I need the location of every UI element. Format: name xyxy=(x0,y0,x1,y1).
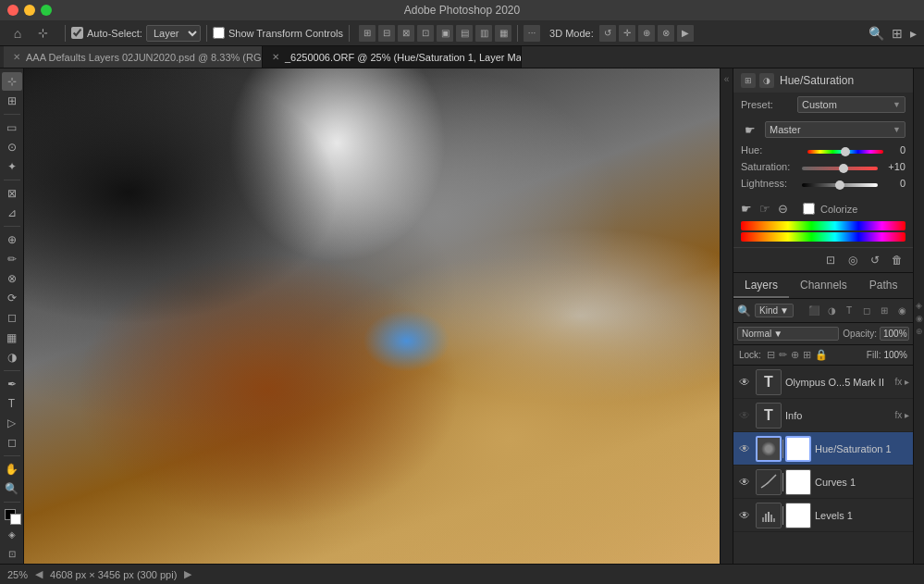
lasso-tool[interactable]: ⊙ xyxy=(2,138,22,156)
search-icon[interactable]: 🔍 xyxy=(869,26,884,41)
status-right-arrow[interactable]: ▶ xyxy=(184,568,191,580)
3d-rotate-icon[interactable]: ↺ xyxy=(599,25,616,42)
tab-paths[interactable]: Paths xyxy=(858,273,909,298)
lightness-slider[interactable] xyxy=(802,183,878,187)
zoom-tool[interactable]: 🔍 xyxy=(2,479,22,498)
text-filter-icon[interactable]: T xyxy=(842,304,856,318)
move-tool-icon[interactable]: ⊹ xyxy=(30,23,55,43)
crop-tool[interactable]: ⊠ xyxy=(2,184,22,203)
distribute-icon[interactable]: ▥ xyxy=(475,25,492,42)
auto-select-checkbox[interactable] xyxy=(71,27,83,39)
quick-select-tool[interactable]: ✦ xyxy=(2,157,22,176)
panel-collapse-left[interactable]: « xyxy=(720,68,733,564)
refresh-icon[interactable]: ↺ xyxy=(867,252,883,268)
panel-right-icons[interactable]: ◈ ◉ ⊕ xyxy=(913,68,924,564)
lock-position-icon[interactable]: ⊕ xyxy=(791,349,799,361)
gradient-tool[interactable]: ▦ xyxy=(2,328,22,346)
frame-mode[interactable]: ⊡ xyxy=(2,545,22,564)
channel-dropdown[interactable]: Master ▼ xyxy=(765,121,906,138)
side-icon-2[interactable]: ◉ xyxy=(916,314,923,323)
align-left-icon[interactable]: ⊞ xyxy=(359,25,376,42)
hue-slider[interactable] xyxy=(807,150,883,154)
tab-close-icon[interactable]: ✕ xyxy=(13,52,20,62)
clip-icon[interactable]: ⊡ xyxy=(822,252,839,268)
canvas-area[interactable] xyxy=(24,68,720,564)
history-tool[interactable]: ⟳ xyxy=(2,289,22,307)
align-middle-icon[interactable]: ▣ xyxy=(437,25,453,42)
layer-row[interactable]: 👁 Hue/Saturation 1 xyxy=(733,432,913,466)
3d-roll-icon[interactable]: ⊗ xyxy=(658,25,674,42)
remove-sample-icon[interactable]: ⊖ xyxy=(778,202,788,216)
transform-checkbox[interactable] xyxy=(213,27,225,39)
tab-orf[interactable]: ✕ _6250006.ORF @ 25% (Hue/Saturation 1, … xyxy=(263,46,522,68)
prop-adj-icon[interactable]: ◑ xyxy=(759,73,774,88)
colorize-checkbox[interactable] xyxy=(803,203,815,215)
eraser-tool[interactable]: ◻ xyxy=(2,308,22,327)
prop-grid-icon[interactable]: ⊞ xyxy=(741,73,756,88)
maximize-button[interactable] xyxy=(41,5,52,16)
brush-tool[interactable]: ✏ xyxy=(2,250,22,268)
kind-dropdown[interactable]: Kind ▼ xyxy=(755,304,794,317)
arrange-icon[interactable]: ▸ xyxy=(910,26,917,41)
align-top-icon[interactable]: ⊡ xyxy=(417,25,434,42)
fg-bg-colors[interactable] xyxy=(2,506,22,525)
lock-artboard-icon[interactable]: ⊞ xyxy=(803,349,811,361)
delete-icon[interactable]: 🗑 xyxy=(889,252,906,268)
saturation-slider[interactable] xyxy=(802,167,878,170)
fill-value[interactable]: 100% xyxy=(883,350,907,360)
layer-row[interactable]: 👁 xyxy=(733,499,913,532)
tab-channels[interactable]: Channels xyxy=(789,273,858,298)
layer-visibility-icon[interactable]: 👁 xyxy=(737,475,752,490)
align-right-icon[interactable]: ⊠ xyxy=(398,25,414,42)
eye-action-icon[interactable]: ◎ xyxy=(844,252,861,268)
side-icon-3[interactable]: ⊕ xyxy=(916,327,923,336)
workspace-icon[interactable]: ⊞ xyxy=(892,26,903,41)
pixel-filter-icon[interactable]: ⬛ xyxy=(807,304,821,318)
3d-pan-icon[interactable]: ✛ xyxy=(619,25,635,42)
move-tool[interactable]: ⊹ xyxy=(2,72,22,91)
layer-row[interactable]: 👁 T Info fx ▸ xyxy=(733,399,913,432)
preset-dropdown[interactable]: Custom ▼ xyxy=(797,96,906,113)
align-center-icon[interactable]: ⊟ xyxy=(378,25,395,42)
heal-tool[interactable]: ⊕ xyxy=(2,230,22,249)
tab-layers[interactable]: Layers xyxy=(733,273,789,298)
filter-toggle-icon[interactable]: ◉ xyxy=(894,304,909,318)
side-icon-1[interactable]: ◈ xyxy=(916,301,922,310)
opacity-value[interactable]: 100% xyxy=(880,327,909,341)
marquee-tool[interactable]: ▭ xyxy=(2,118,22,137)
distribute2-icon[interactable]: ▦ xyxy=(495,25,511,42)
3d-orbit-icon[interactable]: ⊕ xyxy=(638,25,655,42)
tab-close-icon2[interactable]: ✕ xyxy=(272,52,279,62)
hand-tool[interactable]: ✋ xyxy=(2,460,22,478)
layer-visibility-icon[interactable]: 👁 xyxy=(737,375,752,390)
tab-psd[interactable]: ✕ AAA Defaults Layers 02JUN2020.psd @ 8.… xyxy=(4,46,263,68)
search-layers-icon[interactable]: 🔍 xyxy=(737,304,751,317)
layer-row[interactable]: 👁 Curves 1 xyxy=(733,466,913,499)
lock-all-icon[interactable]: 🔒 xyxy=(815,349,828,361)
finger-sample-icon[interactable]: ☛ xyxy=(741,202,752,216)
blend-mode-dropdown[interactable]: Normal ▼ xyxy=(737,327,839,341)
layer-row[interactable]: 👁 T Olympus O...5 Mark II fx ▸ xyxy=(733,366,913,399)
3d-slide-icon[interactable]: ▶ xyxy=(677,25,694,42)
clone-tool[interactable]: ⊗ xyxy=(2,269,22,288)
align-bottom-icon[interactable]: ▤ xyxy=(456,25,473,42)
path-tool[interactable]: ▷ xyxy=(2,414,22,432)
layer-visibility-icon[interactable]: 👁 xyxy=(737,408,752,423)
text-tool[interactable]: T xyxy=(2,394,22,413)
dodge-tool[interactable]: ◑ xyxy=(2,348,22,367)
layer-visibility-icon[interactable]: 👁 xyxy=(737,508,752,523)
shape-filter-icon[interactable]: ◻ xyxy=(859,304,874,318)
pen-tool[interactable]: ✒ xyxy=(2,375,22,393)
add-sample-icon[interactable]: ☞ xyxy=(759,202,770,216)
home-icon[interactable]: ⌂ xyxy=(7,23,28,43)
mask-mode[interactable]: ◈ xyxy=(2,526,22,544)
eyedropper-tool[interactable]: ⊿ xyxy=(2,204,22,222)
minimize-button[interactable] xyxy=(24,5,35,16)
layer-visibility-icon[interactable]: 👁 xyxy=(737,441,752,456)
shape-tool[interactable]: ◻ xyxy=(2,433,22,452)
status-left-arrow[interactable]: ◀ xyxy=(35,568,43,580)
more-options-icon[interactable]: ··· xyxy=(524,25,540,42)
adjust-filter-icon[interactable]: ◑ xyxy=(824,304,839,318)
layer-select[interactable]: Layer Group xyxy=(146,25,201,42)
smartobj-filter-icon[interactable]: ⊞ xyxy=(877,304,892,318)
